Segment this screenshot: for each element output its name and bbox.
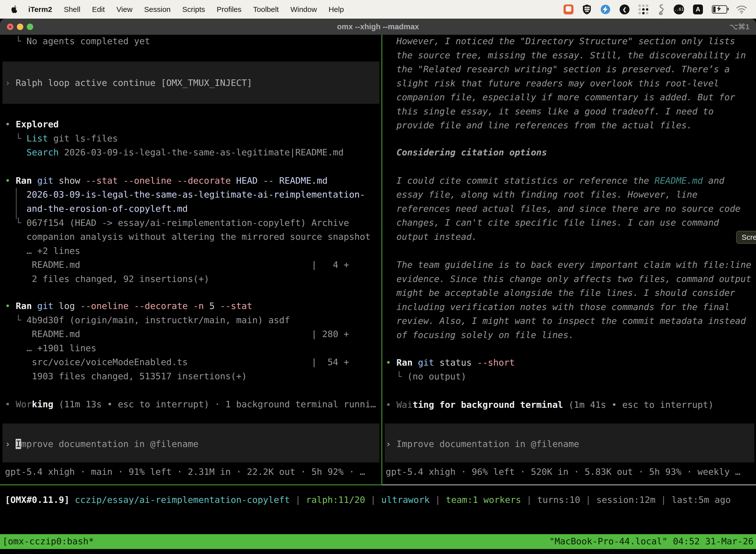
crescent-circle-icon[interactable]: ❮ (620, 4, 630, 14)
shield-grid-icon[interactable] (582, 4, 591, 15)
terminal-line: › Ralph loop active continue [OMX_TMUX_I… (5, 76, 252, 90)
terminal-line: the source tree, missing the essay. Stil… (386, 48, 746, 62)
terminal-line: › Improve documentation in @filename (386, 437, 579, 451)
tmux-host-clock: "MacBook-Pro-44.local" 04:52 31-Mar-26 (549, 534, 754, 549)
apple-icon[interactable] (10, 5, 18, 14)
terminal-line: The team guideline is to back every impo… (386, 258, 751, 272)
terminal-line: › Improve documentation in @filename (5, 437, 198, 451)
menu-item-window[interactable]: Window (291, 5, 317, 14)
wifi-icon[interactable] (736, 5, 747, 14)
terminal-line: of focusing solely on file lines. (386, 328, 574, 342)
menu-item-shell[interactable]: Shell (64, 5, 80, 14)
terminal-line: └ 4b9d30f (origin/main, instructkr/main,… (5, 313, 290, 327)
terminal-line: output instead. (386, 230, 477, 244)
terminal-line: evidence. Since this change only affects… (386, 272, 751, 286)
menu-item-session[interactable]: Session (144, 5, 171, 14)
title-bar: omx --xhigh --madmax ⌥⌘1 (0, 19, 756, 35)
menu-item-profiles[interactable]: Profiles (216, 5, 241, 14)
battery-icon[interactable] (712, 5, 727, 14)
terminal-line: • Explored (5, 117, 59, 131)
menu-item-edit[interactable]: Edit (92, 5, 105, 14)
terminal-line: • Waiting for background terminal (1m 41… (386, 398, 713, 412)
chat-bubble-icon[interactable] (564, 4, 573, 14)
pane-divider[interactable] (381, 35, 382, 485)
terminal-line: including verification notes with those … (386, 300, 730, 314)
terminal-line: gpt-5.4 xhigh · main · 91% left · 2.31M … (5, 465, 365, 479)
terminal-line: └ No agents completed yet (5, 35, 150, 48)
terminal-line: 2 files changed, 92 insertions(+) (5, 272, 209, 286)
terminal-line: Considering citation options (386, 145, 547, 159)
menu-items: iTerm2ShellEditViewSessionScriptsProfile… (28, 5, 344, 14)
menu-item-help[interactable]: Help (329, 5, 344, 14)
tmux-pane-left: └ No agents completed yet› Ralph loop ac… (0, 35, 381, 485)
terminal-line: gpt-5.4 xhigh · 96% left · 520K in · 5.8… (386, 465, 740, 479)
hook-icon[interactable] (657, 4, 665, 15)
terminal-line: review. Also, I might want to inspect th… (386, 314, 746, 328)
screen-share-overlay-button[interactable]: Scre (736, 231, 756, 244)
battery-level (713, 6, 715, 12)
terminal-line: README.md | 4 + (5, 258, 349, 272)
terminal-line: the "Related research writing" section i… (386, 62, 730, 76)
terminal-line: • Working (11m 13s • esc to interrupt) ·… (5, 397, 376, 411)
menu-item-scripts[interactable]: Scripts (182, 5, 205, 14)
pane-border-right-bottom (382, 485, 756, 485)
menu-status-icons: ❮ ..61 A (564, 4, 747, 15)
terminal-line: I could cite commit statistics or refere… (386, 173, 724, 188)
terminal-line: └ List git ls-files (5, 131, 118, 146)
badge-61-icon[interactable]: ..61 (674, 4, 684, 14)
terminal-line: • Ran git log --oneline --decorate -n 5 … (5, 299, 252, 313)
letter-a-tile-icon[interactable]: A (693, 4, 703, 14)
tmux-pane-right: However, I noticed the "Directory Struct… (382, 35, 756, 485)
window-title: omx --xhigh --madmax (0, 19, 756, 35)
lightning-badge-icon[interactable] (600, 4, 611, 15)
terminal-line: • Ran git show --stat --oneline --decora… (5, 173, 328, 188)
terminal-line: … +1901 lines (5, 341, 96, 355)
pane-border-left-bottom (0, 485, 382, 485)
terminal-line: However, I noticed the "Directory Struct… (386, 35, 735, 48)
terminal-line: and-the-erosion-of-copyleft.md (5, 202, 188, 216)
dots-grid-icon[interactable] (638, 4, 648, 14)
window-shortcut-badge: ⌥⌘1 (730, 19, 750, 35)
terminal-line: README.md | 280 + (5, 327, 349, 341)
terminal-line: might be acceptable alongside the file l… (386, 286, 735, 300)
terminal-line: slight risk that future readers may over… (386, 76, 719, 90)
menu-item-view[interactable]: View (117, 5, 132, 14)
terminal-line: companion analysis without altering the … (5, 230, 371, 244)
tmux-status-bar: [omx-cczip0:bash* "MacBook-Pro-44.local"… (0, 534, 756, 549)
terminal-line: changes, I can't cite specific file line… (386, 215, 719, 230)
menu-item-toolbelt[interactable]: Toolbelt (253, 5, 279, 14)
terminal-line: references need actual files, and since … (386, 202, 740, 216)
menu-item-iterm2[interactable]: iTerm2 (28, 5, 52, 14)
terminal-line: 2026-03-09-is-legal-the-same-as-legitima… (5, 187, 365, 202)
terminal-line: essay file, along with finding root file… (386, 187, 697, 202)
terminal-line: └ (no output) (386, 369, 466, 384)
terminal-line: provide file and line references from th… (386, 118, 692, 132)
terminal-window: omx --xhigh --madmax ⌥⌘1 └ No agents com… (0, 19, 756, 554)
terminal-line: … +2 lines (5, 244, 80, 258)
terminal-line: src/voice/voiceModeEnabled.ts | 54 + (5, 355, 349, 369)
terminal-line: this single essay, it seems like a good … (386, 104, 713, 118)
menu-bar: iTerm2ShellEditViewSessionScriptsProfile… (0, 0, 756, 19)
terminal-line: 1903 files changed, 513517 insertions(+) (5, 369, 247, 383)
terminal-line: └ 067f154 (HEAD -> essay/ai-reimplementa… (5, 216, 349, 230)
tmux-session-label: [omx-cczip0:bash* (2, 534, 94, 549)
omx-status-line: [OMX#0.11.9] cczip/essay/ai-reimplementa… (5, 493, 731, 507)
terminal-line: Search 2026-03-09-is-legal-the-same-as-l… (5, 145, 343, 159)
terminal-line: companion file, especially if more comme… (386, 90, 735, 104)
terminal-line: • Ran git status --short (386, 355, 515, 370)
